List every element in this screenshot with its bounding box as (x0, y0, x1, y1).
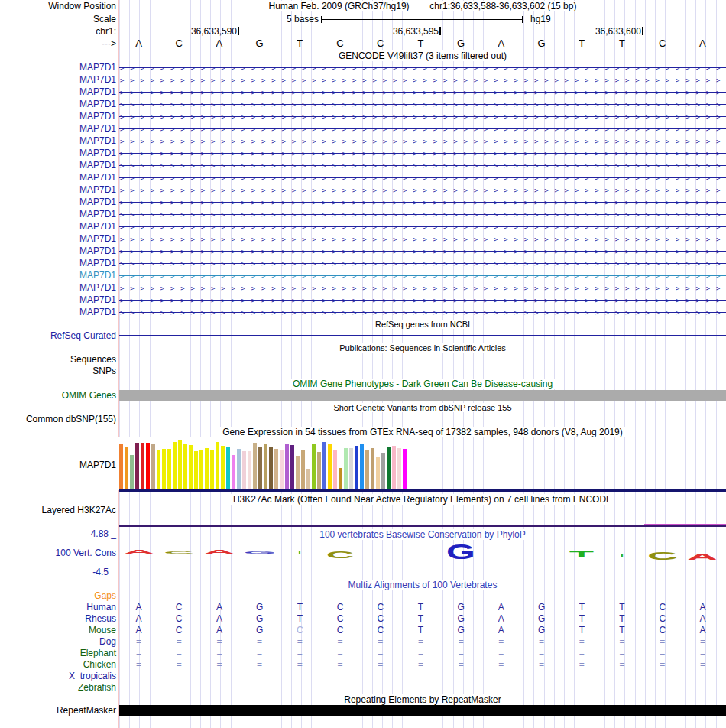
gtex-tissue-bar[interactable] (397, 448, 401, 490)
h3k27ac-title[interactable]: H3K27Ac Mark (Often Found Near Active Re… (119, 494, 726, 505)
gtex-tissue-bar[interactable] (210, 450, 214, 490)
gtex-tissue-bar[interactable] (371, 448, 374, 490)
refseq-title[interactable]: RefSeq genes from NCBI (119, 319, 726, 330)
gtex-gene-label[interactable]: MAP7D1 (79, 460, 116, 471)
dbsnp-title[interactable]: Short Genetic Variants from dbSNP releas… (119, 402, 726, 413)
gtex-tissue-bar[interactable] (285, 444, 289, 490)
gtex-tissue-bar[interactable] (322, 442, 326, 490)
gencode-gene-row[interactable]: >>>>>>>>>>>>>>>>>>>>>>>>>>>>>>>>>>>>>>>>… (119, 307, 726, 319)
gencode-gene-row[interactable]: >>>>>>>>>>>>>>>>>>>>>>>>>>>>>>>>>>>>>>>>… (119, 172, 726, 184)
gtex-tissue-bar[interactable] (157, 450, 160, 490)
multiz-species-label[interactable]: Rhesus (85, 613, 116, 625)
phylop-title[interactable]: 100 vertebrates Basewise Conservation by… (119, 529, 726, 540)
gencode-gene-row[interactable]: >>>>>>>>>>>>>>>>>>>>>>>>>>>>>>>>>>>>>>>>… (119, 74, 726, 86)
gtex-tissue-bar[interactable] (173, 442, 177, 490)
gtex-tissue-bar[interactable] (269, 447, 273, 490)
multiz-title[interactable]: Multiz Alignments of 100 Vertebrates (119, 580, 726, 590)
gtex-tissue-bar[interactable] (349, 448, 353, 490)
gencode-gene-row[interactable]: >>>>>>>>>>>>>>>>>>>>>>>>>>>>>>>>>>>>>>>>… (119, 233, 726, 245)
repeatmasker-label[interactable]: RepeatMasker (57, 705, 116, 717)
gencode-gene-label[interactable]: MAP7D1 (79, 99, 116, 110)
gtex-tissue-bar[interactable] (296, 456, 300, 490)
gtex-tissue-bar[interactable] (387, 447, 391, 490)
gtex-tissue-bar[interactable] (135, 443, 139, 490)
multiz-species-label[interactable]: Mouse (89, 625, 116, 636)
gtex-tissue-bar[interactable] (403, 449, 407, 490)
gtex-tissue-bar[interactable] (167, 449, 171, 490)
gencode-gene-label[interactable]: MAP7D1 (79, 245, 116, 257)
multiz-species-label[interactable]: Gaps (94, 590, 116, 602)
gtex-tissue-bar[interactable] (125, 447, 128, 490)
gtex-tissue-bar[interactable] (344, 448, 348, 490)
gtex-tissue-bar[interactable] (242, 451, 246, 490)
gtex-tissue-bar[interactable] (146, 443, 150, 490)
multiz-species-row[interactable]: =============== (119, 636, 726, 648)
common-dbsnp-label[interactable]: Common dbSNP(155) (26, 414, 116, 425)
gtex-tissue-bar[interactable] (301, 450, 305, 490)
gtex-tissue-bar[interactable] (306, 469, 310, 490)
gtex-tissue-bar[interactable] (317, 452, 321, 490)
multiz-species-label[interactable]: Zebrafish (78, 682, 116, 694)
gtex-tissue-bar[interactable] (280, 450, 284, 490)
gtex-tissue-bar[interactable] (232, 455, 235, 490)
gencode-gene-row[interactable]: >>>>>>>>>>>>>>>>>>>>>>>>>>>>>>>>>>>>>>>>… (119, 294, 726, 307)
gtex-tissue-bar[interactable] (119, 444, 123, 490)
gtex-tissue-bar[interactable] (333, 450, 337, 490)
gencode-gene-row[interactable]: >>>>>>>>>>>>>>>>>>>>>>>>>>>>>>>>>>>>>>>>… (119, 209, 726, 221)
gencode-gene-label[interactable]: MAP7D1 (79, 135, 116, 147)
gencode-gene-label[interactable]: MAP7D1 (79, 172, 116, 184)
gencode-gene-label[interactable]: MAP7D1 (79, 74, 116, 86)
multiz-species-row[interactable]: =============== (119, 659, 726, 671)
snps-label[interactable]: SNPs (92, 366, 116, 377)
gencode-gene-label[interactable]: MAP7D1 (79, 221, 116, 232)
omim-genes-bar[interactable] (119, 390, 726, 401)
gtex-tissue-bar[interactable] (253, 443, 257, 490)
repeatmasker-bar[interactable] (119, 705, 726, 716)
gtex-tissue-bar[interactable] (216, 442, 219, 490)
gencode-gene-label[interactable]: MAP7D1 (79, 270, 116, 281)
refseq-curated-label[interactable]: RefSeq Curated (50, 330, 116, 342)
gtex-tissue-bar[interactable] (141, 443, 144, 490)
gencode-gene-label[interactable]: MAP7D1 (79, 86, 116, 98)
gencode-gene-row[interactable]: >>>>>>>>>>>>>>>>>>>>>>>>>>>>>>>>>>>>>>>>… (119, 111, 726, 123)
gencode-gene-label[interactable]: MAP7D1 (79, 258, 116, 269)
gencode-gene-label[interactable]: MAP7D1 (79, 62, 116, 73)
gtex-tissue-bar[interactable] (312, 444, 316, 490)
gtex-tissue-bar[interactable] (221, 446, 225, 490)
h3k27ac-signal-overlay[interactable] (644, 524, 726, 525)
gtex-tissue-bar[interactable] (194, 451, 198, 490)
gtex-tissue-bar[interactable] (274, 449, 278, 490)
gencode-gene-row[interactable]: >>>>>>>>>>>>>>>>>>>>>>>>>>>>>>>>>>>>>>>>… (119, 270, 726, 282)
gtex-tissue-bar[interactable] (162, 449, 166, 490)
gtex-tissue-bar[interactable] (392, 446, 396, 490)
gtex-tissue-bar[interactable] (290, 445, 294, 490)
multiz-species-label[interactable]: X_tropicalis (69, 671, 116, 682)
gtex-tissue-bar[interactable] (205, 448, 209, 490)
repeatmasker-title[interactable]: Repeating Elements by RepeatMasker (119, 694, 726, 705)
gencode-gene-row[interactable]: >>>>>>>>>>>>>>>>>>>>>>>>>>>>>>>>>>>>>>>>… (119, 135, 726, 148)
gtex-tissue-bar[interactable] (226, 447, 230, 490)
gencode-gene-label[interactable]: MAP7D1 (79, 160, 116, 171)
gencode-gene-row[interactable]: >>>>>>>>>>>>>>>>>>>>>>>>>>>>>>>>>>>>>>>>… (119, 62, 726, 74)
gencode-gene-row[interactable]: >>>>>>>>>>>>>>>>>>>>>>>>>>>>>>>>>>>>>>>>… (119, 160, 726, 172)
gencode-gene-row[interactable]: >>>>>>>>>>>>>>>>>>>>>>>>>>>>>>>>>>>>>>>>… (119, 184, 726, 197)
publications-title[interactable]: Publications: Sequences in Scientific Ar… (119, 343, 726, 353)
gtex-tissue-bar[interactable] (199, 450, 203, 490)
multiz-species-label[interactable]: Chicken (83, 659, 116, 671)
gencode-gene-label[interactable]: MAP7D1 (79, 123, 116, 135)
h3k27ac-signal-line[interactable] (119, 525, 726, 527)
multiz-species-row[interactable]: ACAGTCCTGAGTTCA (119, 613, 726, 625)
gencode-gene-row[interactable]: >>>>>>>>>>>>>>>>>>>>>>>>>>>>>>>>>>>>>>>>… (119, 197, 726, 209)
gencode-gene-label[interactable]: MAP7D1 (79, 184, 116, 196)
gencode-gene-row[interactable]: >>>>>>>>>>>>>>>>>>>>>>>>>>>>>>>>>>>>>>>>… (119, 282, 726, 294)
gtex-tissue-bar[interactable] (376, 457, 380, 490)
gtex-tissue-bar[interactable] (248, 451, 251, 490)
gencode-gene-row[interactable]: >>>>>>>>>>>>>>>>>>>>>>>>>>>>>>>>>>>>>>>>… (119, 148, 726, 160)
gencode-gene-label[interactable]: MAP7D1 (79, 148, 116, 159)
multiz-species-row[interactable]: =============== (119, 648, 726, 659)
gtex-tissue-bar[interactable] (328, 444, 332, 490)
multiz-species-row[interactable]: ACAGCCCTGAGTTCA (119, 625, 726, 636)
gtex-tissue-bar[interactable] (237, 449, 241, 490)
gtex-tissue-bar[interactable] (365, 450, 369, 490)
multiz-species-row[interactable]: ACAGTCCTGAGTTCA (119, 602, 726, 613)
